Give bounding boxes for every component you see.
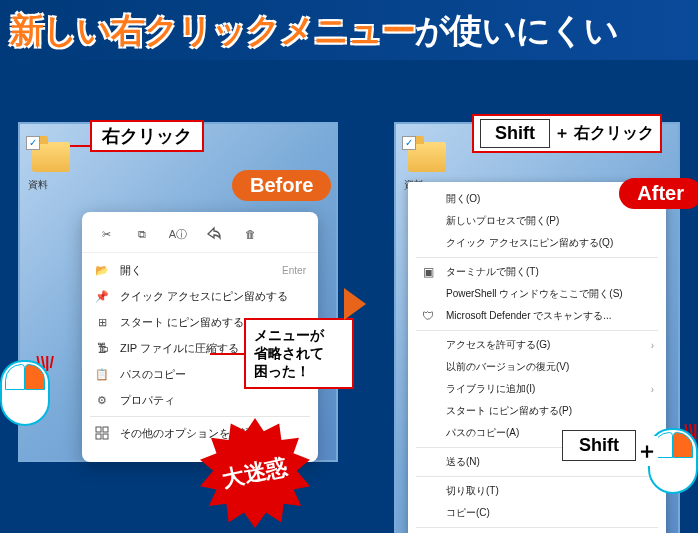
plus-icon: ＋ (554, 123, 570, 144)
checkbox-icon[interactable]: ✓ (26, 136, 40, 150)
context-menu-classic: 開く(O)新しいプロセスで開く(P)クイック アクセスにピン留めする(Q)▣ター… (408, 182, 666, 533)
svg-rect-0 (96, 427, 101, 432)
pointer-line (70, 145, 90, 147)
menu-item-hint: Enter (282, 265, 306, 276)
path-icon: 📋 (94, 366, 110, 382)
menu-item-label: 開く (120, 263, 272, 278)
starburst-badge: 大迷惑 (200, 418, 310, 528)
checkbox-icon[interactable]: ✓ (402, 136, 416, 150)
rename-icon[interactable]: Aⓘ (168, 224, 188, 244)
blank-icon (420, 425, 436, 441)
title-orange: 新しい右クリックメニュー (10, 11, 415, 49)
menu-item[interactable]: 📌クイック アクセスにピン留めする (82, 283, 318, 309)
menu-item[interactable]: ライブラリに追加(I)› (408, 378, 666, 400)
blank-icon (420, 483, 436, 499)
menu-separator (416, 476, 658, 477)
badge-before: Before (232, 170, 331, 201)
menu-item[interactable]: ⚙プロパティ (82, 387, 318, 413)
menu-item[interactable]: 新しいプロセスで開く(P) (408, 210, 666, 232)
blank-icon (420, 337, 436, 353)
menu-item-label: 以前のバージョンの復元(V) (446, 360, 654, 374)
callout-line3: 困った！ (254, 362, 344, 380)
blank-icon (420, 403, 436, 419)
menu-item[interactable]: 以前のバージョンの復元(V) (408, 356, 666, 378)
menu-item[interactable]: PowerShell ウィンドウをここで開く(S) (408, 283, 666, 305)
pin-icon: 📌 (94, 288, 110, 304)
menu-item-label: Microsoft Defender でスキャンする... (446, 309, 654, 323)
more-icon (94, 425, 110, 441)
mouse-right-button-icon (673, 432, 693, 458)
menu-item-label: コピー(C) (446, 506, 654, 520)
callout-leader-line (210, 353, 246, 355)
blank-icon (420, 235, 436, 251)
chevron-right-icon: › (651, 340, 654, 351)
mouse-right-button-icon (25, 364, 45, 390)
menu-item-label: PowerShell ウィンドウをここで開く(S) (446, 287, 654, 301)
menu-item-label: アクセスを許可する(G) (446, 338, 641, 352)
share-icon[interactable] (204, 224, 224, 244)
label-right-click: 右クリック (90, 120, 204, 152)
mouse-body-icon (0, 360, 50, 426)
menu-separator (90, 416, 310, 417)
menu-item[interactable]: コピー(C) (408, 502, 666, 524)
svg-rect-3 (103, 434, 108, 439)
svg-rect-1 (103, 427, 108, 432)
page-title-bar: 新しい右クリックメニューが使いにくい (0, 0, 698, 60)
blank-icon (420, 286, 436, 302)
menu-item-label: クイック アクセスにピン留めする(Q) (446, 236, 654, 250)
callout-complaint: メニューが 省略されて 困った！ (244, 318, 354, 389)
blank-icon (420, 381, 436, 397)
menu-separator (416, 527, 658, 528)
folder-icon[interactable]: ✓ (32, 142, 70, 172)
label-right-click-text: 右クリック (102, 126, 192, 146)
cut-icon[interactable]: ✂ (96, 224, 116, 244)
top-icon-row: ✂ ⧉ Aⓘ 🗑 (82, 218, 318, 253)
menu-item-label: ターミナルで開く(T) (446, 265, 654, 279)
menu-item-label: プロパティ (120, 393, 306, 408)
title-white: が使いにくい (415, 11, 618, 49)
transition-arrow-icon (344, 288, 366, 320)
blank-icon (420, 359, 436, 375)
svg-rect-2 (96, 434, 101, 439)
menu-item[interactable]: 📂開くEnter (82, 257, 318, 283)
menu-item[interactable]: スタート にピン留めする(P) (408, 400, 666, 422)
label-right-click-2: 右クリック (574, 123, 654, 144)
mouse-left-button-icon (5, 364, 25, 390)
menu-separator (416, 257, 658, 258)
menu-item[interactable]: 切り取り(T) (408, 480, 666, 502)
callout-line1: メニューが (254, 326, 344, 344)
content-area: ✓ 資料 ✂ ⧉ Aⓘ 🗑 📂開くEnter📌クイック アクセスにピン留めする⊞… (0, 60, 698, 533)
menu-item-label: ライブラリに追加(I) (446, 382, 641, 396)
label-shift-right-click: Shift ＋ 右クリック (472, 114, 662, 153)
terminal-icon: ▣ (420, 264, 436, 280)
copy-icon[interactable]: ⧉ (132, 224, 152, 244)
menu-separator (416, 330, 658, 331)
blank-icon (420, 454, 436, 470)
open-icon: 📂 (94, 262, 110, 278)
properties-icon: ⚙ (94, 392, 110, 408)
key-shift-small: Shift (562, 430, 636, 461)
menu-item[interactable]: 🛡Microsoft Defender でスキャンする... (408, 305, 666, 327)
plus-icon-small: ＋ (636, 436, 658, 466)
pin-start-icon: ⊞ (94, 314, 110, 330)
menu-item[interactable]: クイック アクセスにピン留めする(Q) (408, 232, 666, 254)
menu-item[interactable]: ▣ターミナルで開く(T) (408, 261, 666, 283)
menu-item-label: 新しいプロセスで開く(P) (446, 214, 654, 228)
key-shift: Shift (480, 119, 550, 148)
menu-item-label: スタート にピン留めする(P) (446, 404, 654, 418)
mouse-illustration-left: \\|/ (0, 360, 50, 430)
menu-item[interactable]: アクセスを許可する(G)› (408, 334, 666, 356)
folder-icon[interactable]: ✓ (408, 142, 446, 172)
badge-after: After (619, 178, 698, 209)
callout-line2: 省略されて (254, 344, 344, 362)
folder-label: 資料 (28, 178, 48, 192)
blank-icon (420, 505, 436, 521)
delete-icon[interactable]: 🗑 (240, 224, 260, 244)
shield-icon: 🛡 (420, 308, 436, 324)
menu-item-label: クイック アクセスにピン留めする (120, 289, 306, 304)
blank-icon (420, 213, 436, 229)
menu-item-label: 切り取り(T) (446, 484, 654, 498)
blank-icon (420, 191, 436, 207)
zip-icon: 🗜 (94, 340, 110, 356)
chevron-right-icon: › (651, 384, 654, 395)
